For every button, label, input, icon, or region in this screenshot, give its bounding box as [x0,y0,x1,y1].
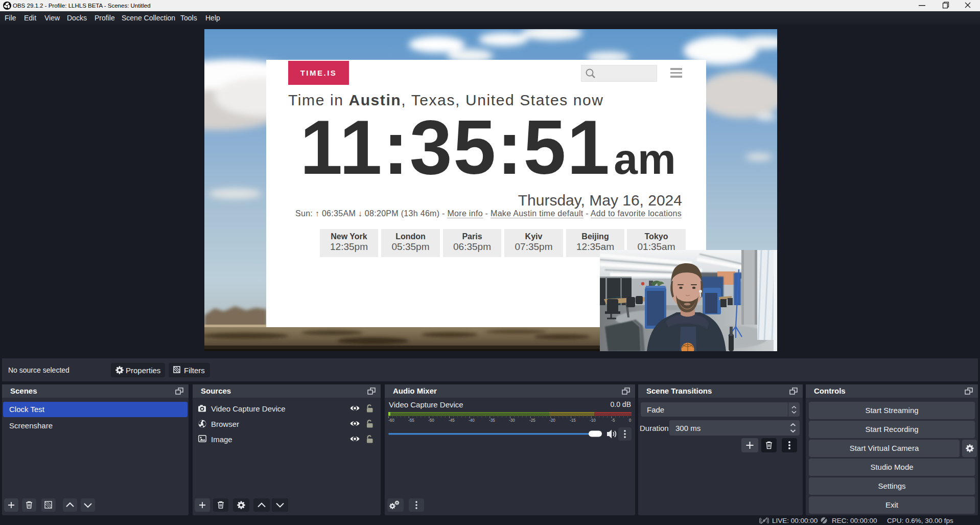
svg-text:-35: -35 [489,418,495,423]
svg-text:-5: -5 [611,418,615,423]
svg-text:-10: -10 [590,418,596,423]
svg-text:-30: -30 [509,418,515,423]
svg-text:-60: -60 [388,418,394,423]
svg-text:-45: -45 [449,418,455,423]
svg-text:-20: -20 [549,418,555,423]
svg-text:-15: -15 [570,418,576,423]
svg-text:-25: -25 [529,418,535,423]
svg-text:-50: -50 [428,418,434,423]
svg-text:-55: -55 [408,418,414,423]
svg-text:0: 0 [629,418,632,423]
svg-text:-40: -40 [469,418,475,423]
